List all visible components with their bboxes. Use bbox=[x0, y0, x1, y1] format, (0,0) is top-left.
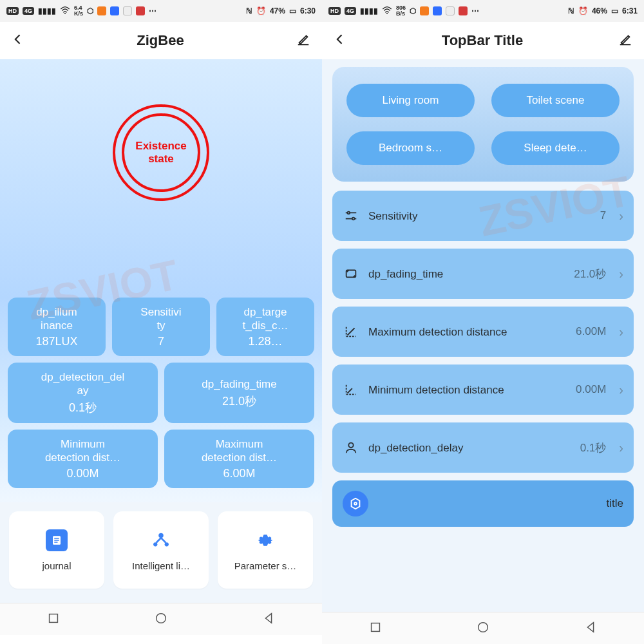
sliders-icon bbox=[343, 209, 359, 223]
card-fading-time[interactable]: dp_fading_time21.0秒 bbox=[164, 363, 314, 423]
setting-label: Minimum detection distance bbox=[368, 383, 567, 397]
svg-point-11 bbox=[348, 212, 350, 214]
app-icon-3 bbox=[446, 6, 455, 15]
chevron-right-icon: › bbox=[619, 440, 623, 455]
nfc-icon: ℕ bbox=[568, 6, 574, 15]
card-min-distance[interactable]: Minimum detection dist…0.00M bbox=[8, 430, 158, 488]
scene-living-room[interactable]: Living room bbox=[346, 84, 475, 117]
clock: 6:30 bbox=[300, 6, 316, 15]
app-icon-3 bbox=[123, 6, 132, 15]
svg-point-10 bbox=[386, 12, 388, 14]
svg-point-17 bbox=[478, 622, 488, 632]
title-row[interactable]: title bbox=[332, 480, 634, 527]
battery-pct: 47% bbox=[270, 6, 285, 15]
wifi-icon bbox=[382, 6, 392, 16]
nav-recent[interactable] bbox=[368, 620, 383, 637]
hex-icon: ⬡ bbox=[87, 6, 93, 15]
alarm-icon: ⏰ bbox=[578, 6, 588, 15]
setting-value: 21.0秒 bbox=[574, 267, 606, 281]
svg-rect-16 bbox=[372, 623, 380, 631]
scene-sleep[interactable]: Sleep dete… bbox=[491, 131, 620, 165]
page-title: TopBar Title bbox=[442, 32, 523, 49]
scene-bedroom[interactable]: Bedroom s… bbox=[346, 131, 475, 165]
setting-label: dp_detection_delay bbox=[368, 441, 571, 455]
lte-badge: 4G bbox=[23, 7, 34, 15]
person-icon bbox=[343, 440, 359, 455]
app-icon-4 bbox=[136, 6, 145, 15]
nav-home[interactable] bbox=[476, 620, 490, 637]
lte-badge: 4G bbox=[345, 7, 356, 15]
right-body: ZSVIOT Living room Toilet scene Bedroom … bbox=[322, 59, 644, 612]
nav-back[interactable] bbox=[583, 620, 598, 637]
app-icon-2 bbox=[110, 6, 119, 15]
action-label: Parameter s… bbox=[234, 560, 297, 571]
chevron-right-icon: › bbox=[619, 209, 623, 223]
action-label: journal bbox=[42, 560, 71, 571]
hero-panel: Existence state ZSVIOT bbox=[0, 59, 322, 298]
net-speed: 6.4 K/s bbox=[74, 5, 83, 17]
back-button[interactable] bbox=[334, 33, 346, 48]
gear-icon bbox=[254, 529, 276, 551]
app-icon-2 bbox=[433, 6, 442, 15]
setting-value: 0.1秒 bbox=[580, 440, 607, 455]
nav-home[interactable] bbox=[154, 611, 168, 628]
app-icon-4 bbox=[459, 6, 468, 15]
setting-detection-delay[interactable]: dp_detection_delay 0.1秒 › bbox=[332, 422, 634, 473]
scene-panel: Living room Toilet scene Bedroom s… Slee… bbox=[332, 67, 634, 182]
card-sensitivity[interactable]: Sensitivi ty7 bbox=[112, 298, 210, 356]
setting-max-distance[interactable]: Maximum detection distance 6.00M › bbox=[332, 307, 634, 357]
status-bar: HD 4G ▮▮▮▮ 6.4 K/s ⬡ ⋯ ℕ ⏰ 47% ▭ 6:30 bbox=[0, 0, 322, 22]
chevron-right-icon: › bbox=[619, 325, 623, 339]
app-icon-1 bbox=[420, 6, 429, 15]
left-screen: HD 4G ▮▮▮▮ 6.4 K/s ⬡ ⋯ ℕ ⏰ 47% ▭ 6:30 Zi… bbox=[0, 0, 322, 644]
setting-label: Maximum detection distance bbox=[368, 325, 567, 339]
svg-rect-3 bbox=[54, 540, 59, 541]
card-illuminance[interactable]: dp_illum inance187LUX bbox=[8, 298, 106, 356]
chevron-right-icon: › bbox=[619, 383, 623, 397]
more-icon: ⋯ bbox=[149, 6, 156, 15]
action-journal[interactable]: journal bbox=[9, 511, 104, 589]
svg-point-0 bbox=[64, 12, 66, 14]
card-detection-delay[interactable]: dp_detection_del ay0.1秒 bbox=[8, 363, 158, 423]
action-parameter[interactable]: Parameter s… bbox=[218, 511, 313, 589]
edit-button[interactable] bbox=[618, 32, 632, 49]
battery-icon: ▭ bbox=[611, 6, 618, 15]
nav-back[interactable] bbox=[261, 611, 276, 628]
metrics-grid: dp_illum inance187LUX Sensitivi ty7 dp_t… bbox=[0, 298, 322, 502]
signal-icon: ▮▮▮▮ bbox=[38, 6, 56, 15]
back-button[interactable] bbox=[12, 33, 24, 48]
hd-badge: HD bbox=[328, 7, 341, 15]
edit-button[interactable] bbox=[296, 32, 310, 49]
svg-rect-8 bbox=[50, 614, 58, 622]
svg-point-5 bbox=[158, 533, 164, 538]
svg-point-14 bbox=[348, 443, 353, 448]
alarm-icon: ⏰ bbox=[256, 6, 266, 15]
card-target-distance[interactable]: dp_targe t_dis_c…1.28… bbox=[216, 298, 314, 356]
battery-icon: ▭ bbox=[289, 6, 296, 15]
existence-state-label: Existence state bbox=[135, 140, 186, 166]
topbar: ZigBee bbox=[0, 22, 322, 59]
setting-sensitivity[interactable]: Sensitivity 7 › bbox=[332, 191, 634, 241]
setting-min-distance[interactable]: Minimum detection distance 0.00M › bbox=[332, 365, 634, 415]
range-max-icon bbox=[343, 325, 359, 339]
action-label: Intelligent li… bbox=[132, 560, 190, 571]
clock: 6:31 bbox=[622, 6, 638, 15]
setting-label: dp_fading_time bbox=[368, 267, 565, 281]
card-max-distance[interactable]: Maximum detection dist…6.00M bbox=[164, 430, 314, 488]
setting-value: 0.00M bbox=[576, 383, 606, 396]
android-nav bbox=[322, 612, 644, 644]
hex-gear-icon bbox=[343, 491, 368, 516]
more-icon: ⋯ bbox=[471, 6, 479, 15]
scene-toilet[interactable]: Toilet scene bbox=[491, 84, 620, 117]
nfc-icon: ℕ bbox=[246, 6, 252, 15]
svg-rect-4 bbox=[54, 542, 57, 543]
signal-icon: ▮▮▮▮ bbox=[360, 6, 378, 15]
android-nav bbox=[0, 603, 322, 635]
nav-recent[interactable] bbox=[46, 611, 61, 628]
svg-rect-2 bbox=[54, 538, 59, 539]
journal-icon bbox=[46, 529, 68, 551]
action-intelligent[interactable]: Intelligent li… bbox=[113, 511, 209, 589]
setting-fading-time[interactable]: dp_fading_time 21.0秒 › bbox=[332, 249, 634, 299]
net-speed: 806 B/s bbox=[396, 5, 406, 17]
topbar: TopBar Title bbox=[322, 22, 644, 59]
